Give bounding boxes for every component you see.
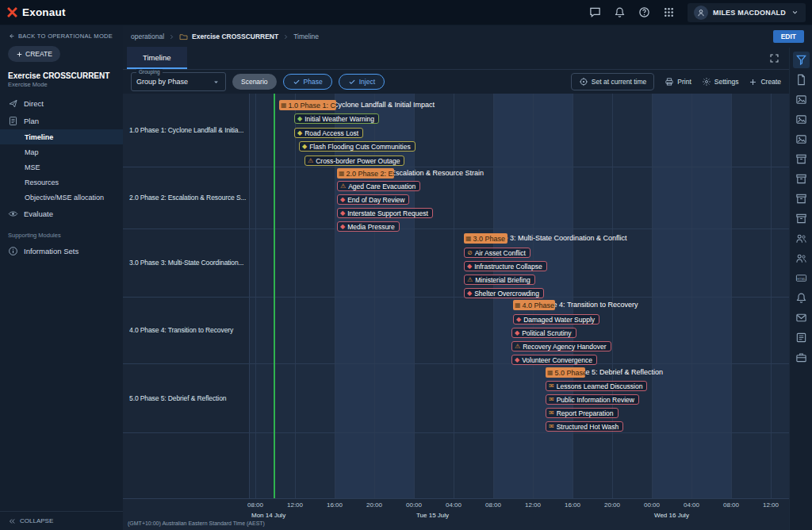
avatar [694,6,708,20]
grouping-label: Grouping [136,69,163,75]
grouping-select[interactable]: Grouping Group by Phase [131,72,226,91]
sidebar-item-label: Plan [24,117,39,125]
inject-item[interactable]: ◆Flash Flooding Cuts Communities [299,141,416,152]
notifications-bell-icon[interactable] [614,6,626,19]
inject-item-label: Political Scrutiny [522,329,571,337]
sidebar-item-mse[interactable]: MSE [0,159,123,175]
inject-item[interactable]: ⚠Aged Care Evacuation [337,181,420,191]
gear-icon [702,77,711,86]
phase-bar[interactable]: ▦1.0 Phase 1: Cyclone Landfall & Initial… [279,100,336,110]
inject-chip-label: Inject [359,78,375,86]
caret-down-icon [212,78,220,86]
inject-item[interactable]: ⚠Ministerial Briefing [464,275,535,285]
html-icon[interactable]: HTML [793,270,810,286]
archive-icon[interactable] [793,171,810,187]
archive-icon[interactable] [793,210,810,227]
help-icon[interactable] [638,6,651,19]
print-button[interactable]: Print [665,77,691,86]
inject-item-label: Road Access Lost [304,129,358,137]
sidebar-item-resources[interactable]: Resources [0,175,123,190]
sidebar-item-timeline[interactable]: Timeline [0,129,123,144]
sidebar-item-information-sets[interactable]: Information Sets [0,242,123,259]
set-at-current-time-button[interactable]: Set at current time [571,73,654,90]
filter-icon[interactable] [793,52,810,68]
settings-button[interactable]: Settings [702,77,739,86]
time-tick-label: 00:00 [636,501,668,509]
inject-item[interactable]: ◆End of Day Review [337,194,409,205]
apps-grid-icon[interactable] [663,6,676,19]
sidebar-item-evaluate[interactable]: Evaluate [0,205,123,222]
inject-item[interactable]: ✉Public Information Review [546,394,639,405]
inject-item-label: Lessons Learned Discussion [557,382,643,390]
inject-filter-chip[interactable]: Inject [339,74,385,90]
inject-item[interactable]: ◆Media Pressure [337,221,400,232]
image-icon[interactable] [793,111,810,128]
inject-item[interactable]: ✉Lessons Learned Discussion [546,381,647,391]
fullscreen-icon[interactable] [769,53,779,63]
scenario-chip-label: Scenario [241,78,268,86]
inject-item-label: Interstate Support Request [347,209,428,217]
image-icon[interactable] [793,131,810,148]
create-label: CREATE [25,50,52,58]
phase-bar[interactable]: ▦4.0 Phase 4: Transition to Recovery [513,300,555,310]
breadcrumb-exercise[interactable]: Exercise CROSSCURRENT [192,33,278,40]
chat-icon[interactable] [589,6,602,19]
breadcrumb-page: Timeline [293,33,319,40]
briefcase-icon[interactable] [793,349,810,366]
file-icon[interactable] [793,71,810,88]
inject-item[interactable]: ✉Report Preparation [546,408,619,418]
time-tick-label: 16:00 [557,501,588,509]
main-area: operational Exercise CROSSCURRENT Timeli… [123,25,812,530]
sidebar-item-objective-mse-allocation[interactable]: Objective/MSE allocation [0,190,123,205]
diamond-icon: ◆ [467,263,472,270]
inject-item[interactable]: ◆Initial Weather Warning [294,113,379,124]
inject-item[interactable]: ⚠Recovery Agency Handover [511,341,611,351]
inject-item[interactable]: ◆Infrastructure Collapse [464,261,547,271]
edit-button[interactable]: EDIT [773,30,804,43]
archive-icon[interactable] [793,151,810,167]
sidebar-item-direct[interactable]: Direct [0,94,123,112]
breadcrumb-root[interactable]: operational [131,33,164,40]
inject-item[interactable]: ◆Volunteer Convergence [511,355,597,365]
time-tick-label: 12:00 [279,501,311,509]
bell-icon[interactable] [793,290,810,306]
chart-grid[interactable]: 1.0 Phase 1: Cyclone Landfall & Initial … [250,94,789,498]
timezone-note: (GMT+10:00) Australian Eastern Standard … [128,520,265,526]
inject-item[interactable]: ◆Road Access Lost [294,128,363,138]
sidebar-section-label: Supporting Modules [0,222,123,242]
inject-item-label: Report Preparation [557,409,614,417]
people-icon[interactable] [793,230,810,247]
people-icon[interactable] [793,250,810,267]
phase-bar[interactable]: ▦5.0 Phase 5: Debrief & Reflection [546,367,585,378]
inject-item[interactable]: ◆Political Scrutiny [511,328,576,338]
timeline-chart: 1.0 Phase 1: Cyclone Landfall & Initia..… [123,94,789,530]
sidebar-item-map[interactable]: Map [0,144,123,159]
mail-icon[interactable] [793,309,810,326]
inject-item[interactable]: ⚠Cross-border Power Outage [304,156,404,166]
inject-item[interactable]: ◆Interstate Support Request [337,208,433,218]
sidebar-item-plan[interactable]: Plan [0,112,123,129]
inject-item[interactable]: ⊘Air Asset Conflict [464,248,530,258]
phase-bar[interactable]: ▦2.0 Phase 2: Escalation & Resource Stra… [337,168,394,179]
inject-item[interactable]: ◆Shelter Overcrowding [464,288,544,298]
eye-icon [8,209,18,219]
chart-body: 1.0 Phase 1: Cyclone Landfall & Initia..… [123,94,789,498]
warning-icon: ⚠ [515,344,520,350]
create-button[interactable]: CREATE [8,46,60,62]
scenario-filter-chip[interactable]: Scenario [232,74,277,90]
image-icon[interactable] [793,91,810,108]
inject-item[interactable]: ✉Structured Hot Wash [546,421,623,432]
inject-item[interactable]: ◆Damaged Water Supply [513,314,599,325]
user-menu[interactable]: MILES MACDONALD [688,3,806,22]
archive-icon[interactable] [793,190,810,207]
back-to-operational-link[interactable]: BACK TO OPERATIONAL MODE [0,25,123,44]
top-bar: Exonaut MILES MACDONALD [0,0,812,25]
phase-bar[interactable]: ▦3.0 Phase 3: Multi-State Coordination &… [464,233,508,244]
collapse-sidebar-button[interactable]: COLLAPSE [0,511,123,530]
tab-timeline[interactable]: Timeline [127,47,187,69]
time-tick-label: 20:00 [358,501,390,509]
diamond-icon: ◆ [297,116,302,122]
phase-filter-chip[interactable]: Phase [283,74,332,90]
create-inject-button[interactable]: Create [749,78,781,86]
badge-icon[interactable] [793,329,810,346]
